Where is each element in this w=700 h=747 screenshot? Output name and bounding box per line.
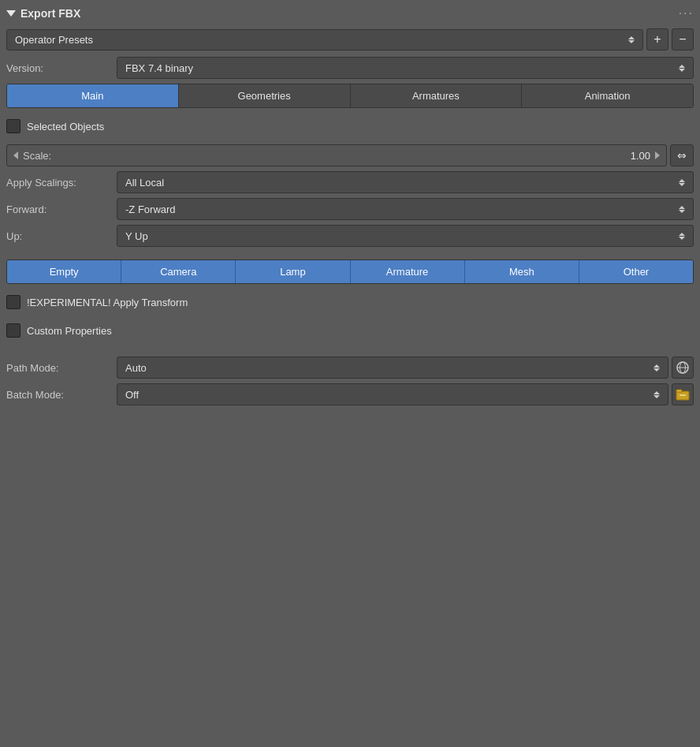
scale-slider[interactable]: Scale: 1.00 [6, 144, 667, 166]
up-row: Up: Y Up [6, 225, 694, 247]
batch-mode-arrows [653, 391, 660, 398]
apply-transform-checkbox[interactable] [6, 295, 20, 309]
path-mode-arrow-up [653, 364, 660, 368]
batch-mode-arrow-up [653, 391, 660, 394]
path-mode-dropdown[interactable]: Auto [117, 357, 668, 379]
remove-preset-button[interactable]: − [672, 28, 694, 50]
batch-mode-icon-button[interactable] [672, 383, 694, 405]
operator-presets-label: Operator Presets [15, 34, 93, 46]
version-arrows [679, 65, 685, 72]
batch-mode-dropdown[interactable]: Off [117, 383, 668, 405]
custom-properties-checkbox[interactable] [6, 323, 20, 338]
apply-scalings-arrow-down [679, 183, 685, 186]
scale-right-arrow [655, 151, 660, 159]
svg-rect-5 [680, 394, 686, 396]
export-fbx-panel: Export FBX ··· Operator Presets + − Vers… [0, 0, 700, 416]
separator-1 [6, 252, 694, 260]
forward-dropdown[interactable]: -Z Forward [117, 198, 694, 220]
up-arrow-up [679, 233, 685, 236]
version-value: FBX 7.4 binary [125, 62, 193, 74]
batch-mode-arrow-down [653, 395, 660, 398]
forward-arrows [679, 206, 685, 213]
version-dropdown[interactable]: FBX 7.4 binary [117, 57, 694, 79]
svg-rect-4 [676, 390, 682, 392]
path-mode-icon-button[interactable] [672, 357, 694, 379]
options-icon[interactable]: ··· [679, 6, 694, 21]
version-row: Version: FBX 7.4 binary [6, 57, 694, 79]
up-arrow-down [679, 237, 685, 240]
path-mode-arrow-down [653, 368, 660, 372]
version-label: Version: [6, 62, 117, 74]
scale-label: Scale: [23, 150, 631, 162]
arrow-up-icon [628, 36, 635, 39]
globe-icon [676, 360, 690, 375]
path-mode-value: Auto [125, 362, 147, 374]
scale-icon-button[interactable]: ⇔ [670, 144, 694, 166]
up-dropdown[interactable]: Y Up [117, 225, 694, 247]
version-arrow-up [679, 65, 685, 68]
tab-animation[interactable]: Animation [522, 84, 693, 107]
apply-scalings-arrows [679, 179, 685, 186]
apply-transform-label: !EXPERIMENTAL! Apply Transform [27, 297, 188, 308]
panel-title: Export FBX [6, 7, 80, 20]
collapse-icon[interactable] [6, 10, 16, 17]
object-types-tabs: Empty Camera Lamp Armature Mesh Other [6, 260, 694, 284]
main-tabs: Main Geometries Armatures Animation [6, 84, 694, 108]
obj-tab-empty[interactable]: Empty [7, 260, 121, 283]
version-arrow-down [679, 69, 685, 72]
path-mode-label: Path Mode: [6, 362, 117, 374]
obj-tab-camera[interactable]: Camera [121, 260, 236, 283]
scale-value: 1.00 [631, 150, 650, 162]
obj-tab-lamp[interactable]: Lamp [236, 260, 350, 283]
path-mode-arrows [653, 364, 660, 372]
tab-armatures[interactable]: Armatures [351, 84, 523, 107]
up-value: Y Up [125, 230, 148, 242]
obj-tab-armature[interactable]: Armature [351, 260, 465, 283]
arrow-down-icon [628, 40, 635, 43]
apply-transform-row: !EXPERIMENTAL! Apply Transform [6, 292, 694, 312]
panel-header: Export FBX ··· [6, 6, 694, 21]
up-label: Up: [6, 230, 117, 242]
forward-value: -Z Forward [125, 204, 176, 215]
apply-scalings-value: All Local [125, 177, 164, 189]
tab-geometries[interactable]: Geometries [179, 84, 351, 107]
forward-arrow-down [679, 210, 685, 213]
apply-scalings-dropdown[interactable]: All Local [117, 171, 694, 193]
custom-properties-row: Custom Properties [6, 320, 694, 341]
obj-tab-mesh[interactable]: Mesh [465, 260, 579, 283]
folder-icon [676, 387, 690, 402]
custom-properties-label: Custom Properties [27, 325, 112, 337]
tab-main[interactable]: Main [7, 84, 179, 107]
up-arrows [679, 233, 685, 240]
operator-presets-dropdown[interactable]: Operator Presets [6, 29, 643, 50]
selected-objects-checkbox[interactable] [6, 119, 20, 133]
selected-objects-label: Selected Objects [27, 121, 104, 133]
forward-label: Forward: [6, 204, 117, 215]
panel-title-text: Export FBX [20, 7, 80, 20]
path-mode-row: Path Mode: Auto [6, 357, 694, 379]
separator-2 [6, 349, 694, 357]
batch-mode-value: Off [125, 389, 139, 401]
forward-arrow-up [679, 206, 685, 209]
forward-row: Forward: -Z Forward [6, 198, 694, 220]
selected-objects-row: Selected Objects [6, 116, 694, 136]
add-preset-button[interactable]: + [646, 28, 668, 50]
scale-row: Scale: 1.00 ⇔ [6, 144, 694, 166]
apply-scalings-label: Apply Scalings: [6, 177, 117, 189]
operator-presets-row: Operator Presets + − [6, 28, 694, 50]
batch-mode-row: Batch Mode: Off [6, 383, 694, 405]
obj-tab-other[interactable]: Other [579, 260, 693, 283]
apply-scalings-arrow-up [679, 179, 685, 182]
scale-left-arrow [13, 151, 18, 159]
dropdown-arrows [628, 36, 635, 43]
apply-scalings-row: Apply Scalings: All Local [6, 171, 694, 193]
batch-mode-label: Batch Mode: [6, 389, 117, 401]
